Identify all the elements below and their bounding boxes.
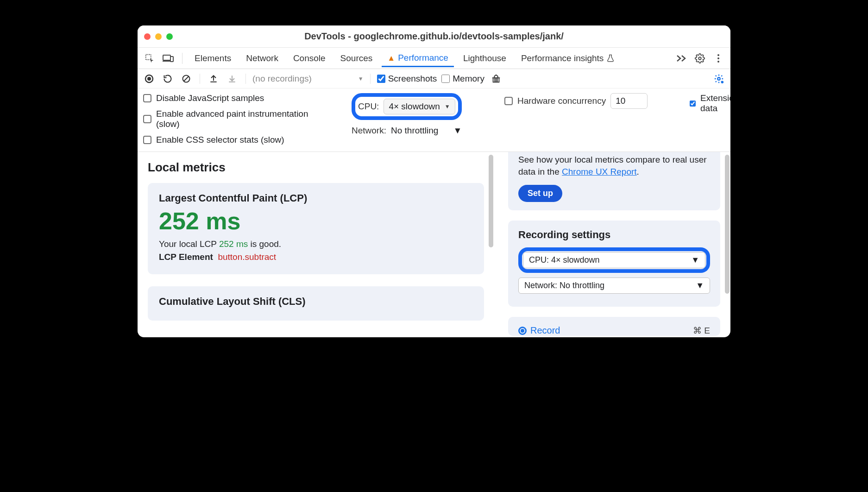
- field-data-panel: See how your local metrics compare to re…: [508, 152, 720, 210]
- hardware-concurrency-row[interactable]: Hardware concurrency 10: [504, 93, 685, 109]
- screenshots-checkbox-input[interactable]: [377, 75, 385, 83]
- minimize-window-button[interactable]: [155, 33, 162, 40]
- tab-label: Console: [293, 53, 326, 63]
- local-metrics-pane: Local metrics Largest Contentful Paint (…: [138, 152, 494, 337]
- tab-label: Sources: [340, 53, 373, 63]
- close-window-button[interactable]: [144, 33, 151, 40]
- chrome-ux-report-link[interactable]: Chrome UX Report: [562, 167, 637, 177]
- chevron-down-icon: ▼: [445, 103, 450, 110]
- inspect-element-icon[interactable]: [142, 51, 157, 66]
- lcp-element-line: LCP Element button.subtract: [159, 252, 473, 262]
- reload-record-button[interactable]: [161, 72, 175, 86]
- separator: [245, 74, 246, 84]
- tab-console[interactable]: Console: [288, 50, 331, 67]
- select-value: No throttling: [391, 126, 438, 136]
- performance-toolbar: (no recordings) ▼ Screenshots Memory: [138, 69, 730, 88]
- record-shortcut: ⌘ E: [693, 325, 710, 336]
- setup-button[interactable]: Set up: [518, 185, 562, 202]
- checkbox-icon: [143, 136, 151, 144]
- tab-elements[interactable]: Elements: [189, 50, 237, 67]
- traffic-lights: [144, 33, 173, 40]
- recording-network-select[interactable]: Network: No throttling ▼: [518, 278, 710, 294]
- collect-garbage-icon[interactable]: [489, 72, 503, 86]
- device-toolbar-icon[interactable]: [161, 51, 176, 66]
- panel-tabbar: Elements Network Console Sources ▲ Perfo…: [138, 48, 730, 69]
- lcp-card: Largest Contentful Paint (LCP) 252 ms Yo…: [148, 183, 484, 274]
- capture-settings: Disable JavaScript samples Enable advanc…: [138, 88, 730, 152]
- select-value: CPU: 4× slowdown: [529, 255, 600, 265]
- memory-checkbox[interactable]: Memory: [441, 74, 484, 84]
- kebab-menu-icon[interactable]: [711, 51, 726, 66]
- separator: [200, 74, 200, 84]
- recording-cpu-select[interactable]: CPU: 4× slowdown ▼: [523, 252, 705, 268]
- checkbox-label: Disable JavaScript samples: [156, 93, 264, 103]
- tab-label: Performance: [398, 53, 448, 63]
- extension-data-checkbox-input[interactable]: [690, 101, 696, 107]
- checkbox-label: Enable CSS selector stats (slow): [156, 135, 284, 145]
- recording-picker[interactable]: (no recordings) ▼: [252, 74, 364, 84]
- warning-icon: ▲: [387, 54, 395, 62]
- checkbox-label: Extension data: [700, 93, 730, 114]
- hw-concurrency-input[interactable]: 10: [610, 93, 648, 109]
- field-data-desc: See how your local metrics compare to re…: [518, 154, 710, 177]
- cls-title: Cumulative Layout Shift (CLS): [159, 296, 473, 308]
- settings-icon[interactable]: [692, 51, 707, 66]
- cls-card: Cumulative Layout Shift (CLS): [148, 286, 484, 321]
- cpu-label: CPU:: [358, 101, 379, 112]
- record-action[interactable]: Record: [518, 325, 560, 336]
- tab-performance[interactable]: ▲ Performance: [382, 49, 454, 67]
- svg-point-6: [717, 54, 719, 56]
- cpu-throttling-select[interactable]: 4× slowdown ▼: [384, 99, 455, 114]
- memory-checkbox-input[interactable]: [441, 75, 450, 83]
- select-value: Network: No throttling: [524, 281, 604, 290]
- lcp-inline-value: 252 ms: [219, 239, 248, 249]
- lcp-value: 252 ms: [159, 208, 473, 234]
- tab-label: Network: [246, 53, 278, 63]
- tab-lighthouse[interactable]: Lighthouse: [458, 50, 512, 67]
- chevron-down-icon: ▼: [453, 126, 462, 136]
- enable-paint-instrumentation-checkbox[interactable]: Enable advanced paint instrumentation (s…: [143, 109, 347, 129]
- checkbox-label: Screenshots: [388, 74, 437, 84]
- svg-point-8: [717, 61, 719, 63]
- checkbox-icon: [143, 94, 151, 102]
- checkbox-label: Enable advanced paint instrumentation (s…: [156, 109, 314, 129]
- tab-performance-insights[interactable]: Performance insights: [516, 50, 620, 67]
- record-button[interactable]: [142, 72, 156, 86]
- extension-data-checkbox[interactable]: Extension data: [690, 93, 730, 114]
- svg-rect-1: [163, 55, 170, 60]
- side-pane: See how your local metrics compare to re…: [494, 152, 730, 337]
- devtools-window: DevTools - googlechrome.github.io/devtoo…: [138, 25, 730, 337]
- lcp-element-value[interactable]: button.subtract: [218, 252, 276, 262]
- network-throttling-select[interactable]: No throttling ▼: [391, 126, 462, 136]
- svg-rect-3: [170, 57, 173, 62]
- record-panel: Record ⌘ E: [508, 317, 720, 336]
- tab-label: Lighthouse: [463, 53, 506, 63]
- enable-css-selector-stats-checkbox[interactable]: Enable CSS selector stats (slow): [143, 135, 347, 145]
- lcp-status-line: Your local LCP 252 ms is good.: [159, 239, 473, 249]
- titlebar: DevTools - googlechrome.github.io/devtoo…: [138, 25, 730, 48]
- svg-point-20: [721, 81, 724, 83]
- tab-sources[interactable]: Sources: [335, 50, 378, 67]
- chevron-down-icon: ▼: [358, 76, 364, 82]
- network-label: Network:: [352, 126, 386, 136]
- more-tabs-icon[interactable]: [674, 51, 689, 66]
- separator: [370, 74, 371, 84]
- recording-settings-heading: Recording settings: [518, 229, 710, 241]
- scrollbar[interactable]: [489, 155, 493, 247]
- save-profile-icon[interactable]: [225, 72, 239, 86]
- scrollbar[interactable]: [725, 155, 730, 294]
- flask-icon: [606, 54, 615, 63]
- zoom-window-button[interactable]: [166, 33, 173, 40]
- load-profile-icon[interactable]: [207, 72, 220, 86]
- content-area: Local metrics Largest Contentful Paint (…: [138, 152, 730, 337]
- capture-settings-icon[interactable]: [712, 72, 726, 86]
- text: Your local LCP: [159, 239, 219, 249]
- local-metrics-heading: Local metrics: [148, 160, 484, 175]
- tab-network[interactable]: Network: [240, 50, 284, 67]
- screenshots-checkbox[interactable]: Screenshots: [377, 74, 437, 84]
- clear-button[interactable]: [179, 72, 193, 86]
- select-value: 4× slowdown: [389, 101, 440, 112]
- disable-js-samples-checkbox[interactable]: Disable JavaScript samples: [143, 93, 347, 103]
- lcp-title: Largest Contentful Paint (LCP): [159, 192, 473, 204]
- chevron-down-icon: ▼: [696, 281, 704, 290]
